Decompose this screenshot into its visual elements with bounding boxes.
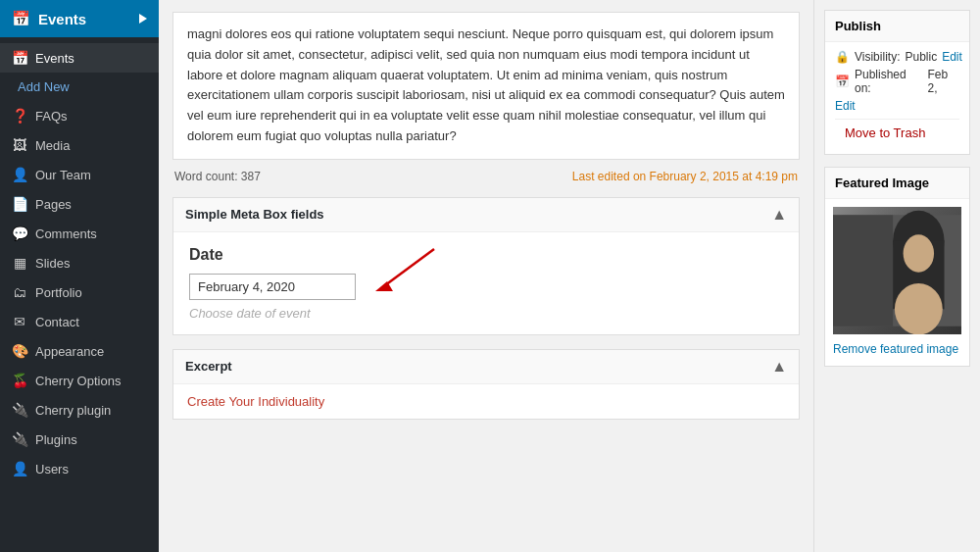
featured-image-svg xyxy=(833,207,961,334)
red-arrow-icon xyxy=(366,244,444,293)
sidebar-item-slides[interactable]: ▦ Slides xyxy=(0,248,159,277)
date-label: Date xyxy=(189,246,783,264)
sidebar-item-portfolio[interactable]: 🗂 Portfolio xyxy=(0,277,159,307)
visibility-icon: 🔒 xyxy=(835,50,850,64)
content-area: magni dolores eos qui ratione voluptatem… xyxy=(159,0,980,552)
arrow-annotation xyxy=(189,274,783,300)
sidebar-item-label: Events xyxy=(35,51,74,66)
publish-body: 🔒 Visibility: Public Edit 📅 Published on… xyxy=(825,42,969,154)
excerpt-header[interactable]: Excerpt ▲ xyxy=(173,350,799,384)
simple-meta-box-header[interactable]: Simple Meta Box fields ▲ xyxy=(173,198,799,232)
visibility-row: 🔒 Visibility: Public Edit xyxy=(835,50,959,64)
word-count-value: 387 xyxy=(241,170,261,183)
plugins-label: Plugins xyxy=(35,432,77,447)
sidebar-header-label: Events xyxy=(38,11,86,27)
move-to-trash-button[interactable]: Move to Trash xyxy=(835,119,959,146)
published-edit-link[interactable]: Edit xyxy=(835,99,856,113)
cherry-options-icon: 🍒 xyxy=(12,373,27,388)
excerpt-normal-text: Create Your xyxy=(187,394,258,409)
users-icon: 👤 xyxy=(12,461,27,477)
remove-featured-image-link[interactable]: Remove featured image xyxy=(833,340,961,358)
visibility-value: Public xyxy=(905,50,937,64)
published-label: Published on: xyxy=(855,68,922,95)
meta-box-toggle-icon[interactable]: ▲ xyxy=(771,206,787,224)
featured-image-title: Featured Image xyxy=(835,176,929,190)
simple-meta-box: Simple Meta Box fields ▲ Date Choose dat… xyxy=(172,197,800,335)
excerpt-box: Excerpt ▲ Create Your Individuality xyxy=(172,349,800,420)
excerpt-body: Create Your Individuality xyxy=(173,384,799,419)
pages-icon: 📄 xyxy=(12,196,27,212)
excerpt-toggle-icon[interactable]: ▲ xyxy=(771,358,787,376)
publish-title: Publish xyxy=(835,19,881,33)
sidebar-header[interactable]: 📅 Events xyxy=(0,0,159,37)
simple-meta-box-body: Date Choose date of event xyxy=(173,232,799,334)
edit-row: Edit xyxy=(835,99,959,113)
svg-rect-7 xyxy=(833,215,893,326)
sidebar-item-appearance[interactable]: 🎨 Appearance xyxy=(0,336,159,366)
featured-image-header: Featured Image xyxy=(825,168,969,199)
editor-wrap: magni dolores eos qui ratione voluptatem… xyxy=(159,0,813,552)
appearance-icon: 🎨 xyxy=(12,343,27,359)
date-input[interactable] xyxy=(189,274,356,300)
plugins-icon: 🔌 xyxy=(12,431,27,447)
right-sidebar: Publish 🔒 Visibility: Public Edit 📅 Publ… xyxy=(813,0,980,552)
sidebar-item-comments[interactable]: 💬 Comments xyxy=(0,219,159,248)
slides-icon: ▦ xyxy=(12,255,27,271)
featured-image-preview[interactable] xyxy=(833,207,961,334)
faqs-label: FAQs xyxy=(35,109,68,124)
editor-footer: Word count: 387 Last edited on February … xyxy=(172,166,800,187)
editor-body[interactable]: magni dolores eos qui ratione voluptatem… xyxy=(172,12,800,160)
contact-label: Contact xyxy=(35,315,79,329)
portfolio-label: Portfolio xyxy=(35,285,82,300)
featured-image-body: Remove featured image xyxy=(825,199,969,366)
word-count-area: Word count: 387 xyxy=(174,170,261,183)
svg-point-5 xyxy=(904,234,934,272)
sidebar-item-pages[interactable]: 📄 Pages xyxy=(0,189,159,219)
comments-icon: 💬 xyxy=(12,226,27,241)
events-icon: 📅 xyxy=(12,50,27,66)
excerpt-highlight-text: Individuality xyxy=(258,394,324,409)
visibility-label: Visibility: xyxy=(855,50,900,64)
sidebar-item-media[interactable]: 🖼 Media xyxy=(0,130,159,160)
sidebar-item-faqs[interactable]: ❓ FAQs xyxy=(0,101,159,130)
users-label: Users xyxy=(35,462,69,477)
svg-line-0 xyxy=(385,249,434,285)
sidebar-item-users[interactable]: 👤 Users xyxy=(0,454,159,483)
calendar-icon: 📅 xyxy=(835,75,850,88)
featured-image-box: Featured Image xyxy=(824,167,970,367)
sidebar-item-plugins[interactable]: 🔌 Plugins xyxy=(0,425,159,454)
published-date: Feb 2, xyxy=(927,68,959,95)
contact-icon: ✉ xyxy=(12,314,27,329)
main-content: magni dolores eos qui ratione voluptatem… xyxy=(159,0,980,552)
sidebar-item-cherry-plugin[interactable]: 🔌 Cherry plugin xyxy=(0,395,159,425)
pages-label: Pages xyxy=(35,197,72,212)
sidebar-item-our-team[interactable]: 👤 Our Team xyxy=(0,160,159,189)
simple-meta-box-title: Simple Meta Box fields xyxy=(185,207,324,222)
cherry-options-label: Cherry Options xyxy=(35,374,121,388)
date-placeholder: Choose date of event xyxy=(189,306,783,321)
our-team-label: Our Team xyxy=(35,168,91,182)
publish-header: Publish xyxy=(825,11,969,42)
slides-label: Slides xyxy=(35,256,70,271)
media-label: Media xyxy=(35,138,70,153)
publish-box: Publish 🔒 Visibility: Public Edit 📅 Publ… xyxy=(824,10,970,155)
sidebar: 📅 Events 📅 Events Add New ❓ FAQs 🖼 Media… xyxy=(0,0,159,552)
sidebar-item-contact[interactable]: ✉ Contact xyxy=(0,307,159,336)
add-new-label: Add New xyxy=(18,79,70,94)
our-team-icon: 👤 xyxy=(12,167,27,182)
excerpt-text: Create Your Individuality xyxy=(187,394,785,409)
faqs-icon: ❓ xyxy=(12,108,27,124)
visibility-edit-link[interactable]: Edit xyxy=(942,50,962,64)
comments-label: Comments xyxy=(35,226,97,241)
cherry-plugin-label: Cherry plugin xyxy=(35,403,111,418)
sidebar-item-events[interactable]: 📅 Events xyxy=(0,43,159,73)
sidebar-item-cherry-options[interactable]: 🍒 Cherry Options xyxy=(0,366,159,395)
cherry-plugin-icon: 🔌 xyxy=(12,402,27,418)
last-edited: Last edited on February 2, 2015 at 4:19 … xyxy=(572,170,798,183)
sidebar-item-add-new[interactable]: Add New xyxy=(0,73,159,101)
events-header-icon: 📅 xyxy=(12,10,30,27)
sidebar-arrow-icon xyxy=(139,14,147,24)
svg-point-6 xyxy=(895,283,943,334)
sidebar-nav: 📅 Events Add New ❓ FAQs 🖼 Media 👤 Our Te… xyxy=(0,37,159,489)
portfolio-icon: 🗂 xyxy=(12,284,27,300)
